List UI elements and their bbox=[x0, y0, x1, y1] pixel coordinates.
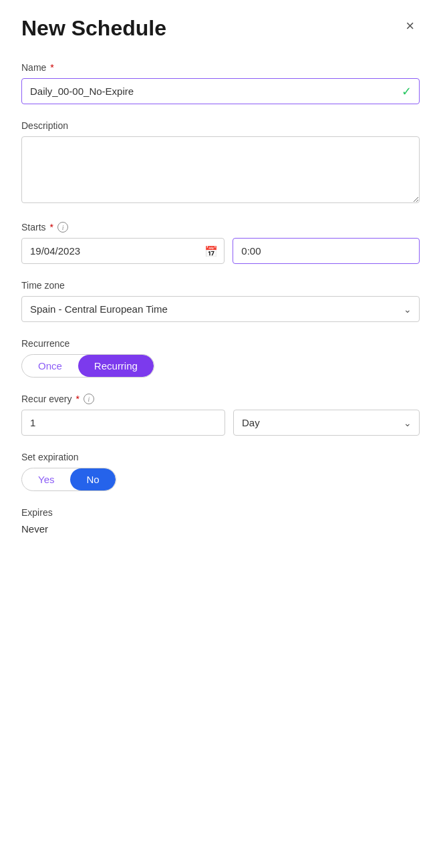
set-expiration-field-group: Set expiration Yes No bbox=[21, 452, 420, 491]
recurrence-label: Recurrence bbox=[21, 338, 420, 349]
starts-info-icon: i bbox=[57, 222, 68, 233]
date-input[interactable] bbox=[21, 238, 225, 264]
set-expiration-toggle-group: Yes No bbox=[21, 468, 116, 491]
recur-number-input[interactable] bbox=[21, 410, 225, 436]
timezone-select[interactable]: Spain - Central European Time UTC US - E… bbox=[21, 296, 420, 322]
timezone-select-wrapper: Spain - Central European Time UTC US - E… bbox=[21, 296, 420, 322]
recurrence-recurring-button[interactable]: Recurring bbox=[78, 355, 154, 377]
name-required-star: * bbox=[50, 62, 53, 73]
recur-unit-wrapper: Minute Hour Day Week Month ⌄ bbox=[233, 410, 420, 436]
recurrence-field-group: Recurrence Once Recurring bbox=[21, 338, 420, 378]
name-field-group: Name * ✓ bbox=[21, 62, 420, 104]
check-icon: ✓ bbox=[402, 84, 412, 99]
starts-row: 📅 bbox=[21, 238, 420, 264]
starts-required-star: * bbox=[50, 222, 53, 233]
name-input[interactable] bbox=[21, 78, 420, 104]
name-input-wrapper: ✓ bbox=[21, 78, 420, 104]
timezone-field-group: Time zone Spain - Central European Time … bbox=[21, 280, 420, 322]
recur-unit-select[interactable]: Minute Hour Day Week Month bbox=[233, 410, 420, 436]
expires-field-group: Expires Never bbox=[21, 507, 420, 535]
close-button[interactable]: × bbox=[400, 16, 420, 36]
expires-value: Never bbox=[21, 523, 420, 535]
starts-field-group: Starts * i 📅 bbox=[21, 222, 420, 264]
expires-label: Expires bbox=[21, 507, 420, 518]
recur-every-info-icon: i bbox=[84, 394, 94, 404]
recur-every-field-group: Recur every * i Minute Hour Day Week Mon… bbox=[21, 394, 420, 436]
date-input-wrapper: 📅 bbox=[21, 238, 225, 264]
recur-every-label: Recur every * i bbox=[21, 394, 420, 404]
description-label: Description bbox=[21, 120, 420, 131]
time-input[interactable] bbox=[233, 238, 420, 264]
set-expiration-no-button[interactable]: No bbox=[70, 468, 115, 490]
new-schedule-modal: New Schedule × Name * ✓ Description Star… bbox=[0, 0, 441, 868]
page-title: New Schedule bbox=[21, 16, 166, 41]
timezone-label: Time zone bbox=[21, 280, 420, 291]
recur-every-required-star: * bbox=[76, 394, 79, 404]
description-textarea[interactable] bbox=[21, 136, 420, 203]
name-label: Name * bbox=[21, 62, 420, 73]
modal-header: New Schedule × bbox=[21, 16, 420, 41]
starts-label: Starts * i bbox=[21, 222, 420, 233]
recur-every-row: Minute Hour Day Week Month ⌄ bbox=[21, 410, 420, 436]
recurrence-toggle-group: Once Recurring bbox=[21, 354, 154, 378]
recurrence-once-button[interactable]: Once bbox=[22, 355, 78, 377]
set-expiration-yes-button[interactable]: Yes bbox=[22, 468, 70, 490]
description-field-group: Description bbox=[21, 120, 420, 206]
set-expiration-label: Set expiration bbox=[21, 452, 420, 462]
